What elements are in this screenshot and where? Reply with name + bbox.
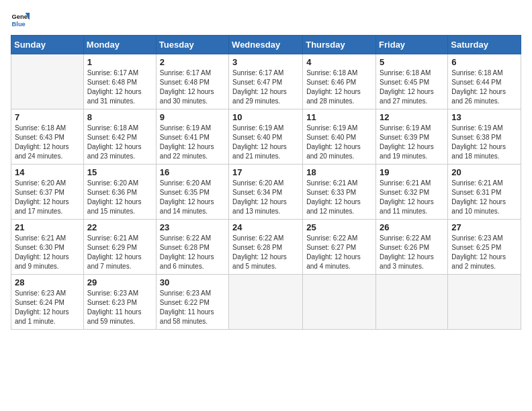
calendar-cell: 20Sunrise: 6:21 AMSunset: 6:31 PMDayligh… [448, 165, 521, 220]
calendar-cell: 23Sunrise: 6:22 AMSunset: 6:28 PMDayligh… [156, 220, 228, 275]
day-number: 28 [15, 277, 80, 287]
day-number: 12 [380, 112, 444, 122]
day-info: Sunrise: 6:18 AMSunset: 6:43 PMDaylight:… [15, 124, 80, 161]
day-number: 9 [160, 112, 225, 122]
calendar-cell: 27Sunrise: 6:23 AMSunset: 6:25 PMDayligh… [448, 220, 521, 275]
calendar-cell: 26Sunrise: 6:22 AMSunset: 6:26 PMDayligh… [376, 220, 448, 275]
weekday-header-sunday: Sunday [11, 36, 84, 54]
calendar-cell: 18Sunrise: 6:21 AMSunset: 6:33 PMDayligh… [303, 165, 376, 220]
day-number: 3 [232, 57, 299, 67]
day-number: 10 [232, 112, 299, 122]
calendar-cell [448, 275, 521, 330]
day-number: 23 [160, 222, 225, 232]
day-info: Sunrise: 6:17 AMSunset: 6:48 PMDaylight:… [87, 68, 152, 106]
day-number: 13 [451, 112, 517, 122]
day-number: 22 [87, 222, 152, 232]
calendar-table: SundayMondayTuesdayWednesdayThursdayFrid… [11, 35, 521, 330]
day-number: 14 [15, 167, 80, 177]
weekday-header-tuesday: Tuesday [156, 36, 228, 54]
day-info: Sunrise: 6:18 AMSunset: 6:44 PMDaylight:… [451, 68, 517, 106]
calendar-cell: 21Sunrise: 6:21 AMSunset: 6:30 PMDayligh… [11, 220, 84, 275]
calendar-cell: 13Sunrise: 6:19 AMSunset: 6:38 PMDayligh… [448, 109, 521, 165]
day-info: Sunrise: 6:19 AMSunset: 6:41 PMDaylight:… [160, 124, 225, 161]
calendar-cell: 1Sunrise: 6:17 AMSunset: 6:48 PMDaylight… [83, 54, 156, 109]
day-number: 1 [87, 57, 152, 67]
calendar-cell [11, 54, 84, 109]
calendar-cell: 24Sunrise: 6:22 AMSunset: 6:28 PMDayligh… [229, 220, 303, 275]
calendar-cell: 17Sunrise: 6:20 AMSunset: 6:34 PMDayligh… [229, 165, 303, 220]
day-info: Sunrise: 6:22 AMSunset: 6:26 PMDaylight:… [380, 234, 444, 271]
day-number: 24 [232, 222, 299, 232]
day-info: Sunrise: 6:21 AMSunset: 6:30 PMDaylight:… [15, 234, 80, 271]
day-number: 20 [451, 167, 517, 177]
calendar-cell [229, 275, 303, 330]
day-number: 30 [160, 277, 225, 287]
day-info: Sunrise: 6:19 AMSunset: 6:39 PMDaylight:… [380, 124, 444, 161]
day-number: 21 [15, 222, 80, 232]
day-info: Sunrise: 6:19 AMSunset: 6:38 PMDaylight:… [451, 124, 517, 161]
day-number: 18 [306, 167, 372, 177]
day-info: Sunrise: 6:19 AMSunset: 6:40 PMDaylight:… [306, 124, 372, 161]
day-info: Sunrise: 6:17 AMSunset: 6:47 PMDaylight:… [232, 68, 299, 106]
day-number: 5 [380, 57, 444, 67]
calendar-cell: 6Sunrise: 6:18 AMSunset: 6:44 PMDaylight… [448, 54, 521, 109]
day-info: Sunrise: 6:21 AMSunset: 6:32 PMDaylight:… [380, 179, 444, 216]
day-number: 15 [87, 167, 152, 177]
day-info: Sunrise: 6:22 AMSunset: 6:28 PMDaylight:… [232, 234, 299, 271]
logo: General Blue [11, 11, 32, 30]
day-info: Sunrise: 6:17 AMSunset: 6:48 PMDaylight:… [160, 68, 225, 106]
calendar-cell: 29Sunrise: 6:23 AMSunset: 6:23 PMDayligh… [83, 275, 156, 330]
day-number: 29 [87, 277, 152, 287]
calendar-cell: 9Sunrise: 6:19 AMSunset: 6:41 PMDaylight… [156, 109, 228, 165]
weekday-header-monday: Monday [83, 36, 156, 54]
calendar-cell: 5Sunrise: 6:18 AMSunset: 6:45 PMDaylight… [376, 54, 448, 109]
calendar-cell: 19Sunrise: 6:21 AMSunset: 6:32 PMDayligh… [376, 165, 448, 220]
calendar-cell: 7Sunrise: 6:18 AMSunset: 6:43 PMDaylight… [11, 109, 84, 165]
calendar-cell: 3Sunrise: 6:17 AMSunset: 6:47 PMDaylight… [229, 54, 303, 109]
day-info: Sunrise: 6:18 AMSunset: 6:46 PMDaylight:… [306, 68, 372, 106]
day-info: Sunrise: 6:21 AMSunset: 6:29 PMDaylight:… [87, 234, 152, 271]
header: General Blue [11, 11, 521, 30]
calendar-cell: 15Sunrise: 6:20 AMSunset: 6:36 PMDayligh… [83, 165, 156, 220]
calendar-cell: 22Sunrise: 6:21 AMSunset: 6:29 PMDayligh… [83, 220, 156, 275]
day-number: 27 [451, 222, 517, 232]
day-info: Sunrise: 6:20 AMSunset: 6:34 PMDaylight:… [232, 179, 299, 216]
calendar-cell: 16Sunrise: 6:20 AMSunset: 6:35 PMDayligh… [156, 165, 228, 220]
calendar-cell: 10Sunrise: 6:19 AMSunset: 6:40 PMDayligh… [229, 109, 303, 165]
svg-text:Blue: Blue [12, 21, 26, 28]
day-number: 2 [160, 57, 225, 67]
day-info: Sunrise: 6:20 AMSunset: 6:37 PMDaylight:… [15, 179, 80, 216]
day-info: Sunrise: 6:21 AMSunset: 6:31 PMDaylight:… [451, 179, 517, 216]
day-number: 26 [380, 222, 444, 232]
day-info: Sunrise: 6:18 AMSunset: 6:42 PMDaylight:… [87, 124, 152, 161]
weekday-header-saturday: Saturday [448, 36, 521, 54]
day-number: 7 [15, 112, 80, 122]
calendar-cell: 28Sunrise: 6:23 AMSunset: 6:24 PMDayligh… [11, 275, 84, 330]
calendar-cell: 14Sunrise: 6:20 AMSunset: 6:37 PMDayligh… [11, 165, 84, 220]
day-info: Sunrise: 6:20 AMSunset: 6:35 PMDaylight:… [160, 179, 225, 216]
day-info: Sunrise: 6:23 AMSunset: 6:23 PMDaylight:… [87, 289, 152, 326]
day-info: Sunrise: 6:23 AMSunset: 6:24 PMDaylight:… [15, 289, 80, 326]
day-info: Sunrise: 6:22 AMSunset: 6:28 PMDaylight:… [160, 234, 225, 271]
calendar-cell: 4Sunrise: 6:18 AMSunset: 6:46 PMDaylight… [303, 54, 376, 109]
day-info: Sunrise: 6:21 AMSunset: 6:33 PMDaylight:… [306, 179, 372, 216]
calendar-cell: 25Sunrise: 6:22 AMSunset: 6:27 PMDayligh… [303, 220, 376, 275]
calendar-cell [303, 275, 376, 330]
day-number: 11 [306, 112, 372, 122]
day-number: 6 [451, 57, 517, 67]
day-info: Sunrise: 6:19 AMSunset: 6:40 PMDaylight:… [232, 124, 299, 161]
day-number: 16 [160, 167, 225, 177]
calendar-cell: 12Sunrise: 6:19 AMSunset: 6:39 PMDayligh… [376, 109, 448, 165]
calendar-cell: 8Sunrise: 6:18 AMSunset: 6:42 PMDaylight… [83, 109, 156, 165]
day-info: Sunrise: 6:18 AMSunset: 6:45 PMDaylight:… [380, 68, 444, 106]
calendar-cell: 30Sunrise: 6:23 AMSunset: 6:22 PMDayligh… [156, 275, 228, 330]
day-info: Sunrise: 6:22 AMSunset: 6:27 PMDaylight:… [306, 234, 372, 271]
day-info: Sunrise: 6:23 AMSunset: 6:25 PMDaylight:… [451, 234, 517, 271]
weekday-header-friday: Friday [376, 36, 448, 54]
day-info: Sunrise: 6:20 AMSunset: 6:36 PMDaylight:… [87, 179, 152, 216]
day-number: 25 [306, 222, 372, 232]
day-number: 4 [306, 57, 372, 67]
calendar-cell: 2Sunrise: 6:17 AMSunset: 6:48 PMDaylight… [156, 54, 228, 109]
day-number: 17 [232, 167, 299, 177]
weekday-header-thursday: Thursday [303, 36, 376, 54]
